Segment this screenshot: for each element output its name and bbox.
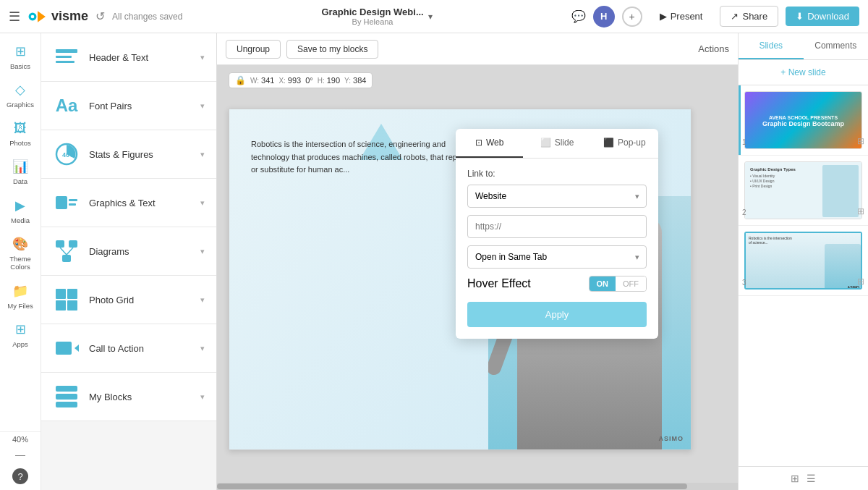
slide-body-text: Robotics is the intersection of science,… [251, 138, 482, 177]
sidebar-item-stats-figures[interactable]: 40% Stats & Figures ▾ [41, 130, 216, 179]
scrollbar-thumb[interactable] [217, 483, 687, 489]
media-icon: ▶ [15, 198, 25, 214]
popup-tab-label: Pop-up [618, 138, 646, 148]
slide-3-action-icon[interactable]: ⊞ [857, 276, 864, 287]
link-tab-slide[interactable]: ⬜ Slide [523, 129, 590, 158]
slide-2-bullet-1: • Visual Identity [750, 174, 817, 178]
header-text-label: Header & Text [89, 52, 192, 63]
x-value[interactable]: 993 [288, 76, 301, 85]
comment-icon[interactable]: 💬 [571, 9, 586, 23]
sidebar-item-apps[interactable]: ⊞ Apps [0, 316, 41, 354]
canvas-content: Robotics is the intersection of science,… [217, 65, 738, 483]
saved-status: All changes saved [112, 12, 182, 22]
lock-icon[interactable]: 🔒 [235, 75, 246, 85]
slide-thumb-1[interactable]: AVENA SCHOOL PRESENTS Graphic Design Boo… [739, 85, 868, 156]
url-input[interactable] [467, 215, 647, 238]
sidebar-item-header-text[interactable]: Header & Text ▾ [41, 33, 216, 82]
width-value[interactable]: 341 [261, 76, 274, 85]
save-to-blocks-button[interactable]: Save to my blocks [286, 40, 378, 59]
tab-slides[interactable]: Slides [739, 33, 804, 59]
sidebar-item-basics[interactable]: ⊞ Basics [0, 38, 41, 76]
slide-thumb-2[interactable]: Graphic Design Types • Visual Identity •… [739, 156, 868, 226]
slide-2-action-icon[interactable]: ⊞ [857, 206, 864, 216]
topbar-right: 💬 H + ▶ Present ↗ Share ⬇ Download [571, 6, 859, 28]
slide-2-title: Graphic Design Types [750, 167, 817, 172]
sidebar-item-theme-colors[interactable]: 🎨 Theme Colors [0, 230, 41, 277]
angle-value[interactable]: 0° [305, 76, 313, 85]
sidebar-item-photos[interactable]: 🖼 Photos [0, 115, 41, 153]
sidebar-item-graphics[interactable]: ◇ Graphics [0, 76, 41, 114]
apply-button[interactable]: Apply [467, 302, 647, 327]
slide-2-bullet-3: • Print Design [750, 184, 817, 188]
slide-2-right [822, 165, 859, 217]
sidebar-item-call-to-action[interactable]: Call to Action ▾ [41, 324, 216, 373]
graphics-text-label: Graphics & Text [89, 198, 192, 208]
sidebar-item-font-pairs[interactable]: Aa Font Pairs ▾ [41, 82, 216, 130]
sidebar-item-my-files[interactable]: 📁 My Files [0, 277, 41, 316]
slide-2-preview: Graphic Design Types • Visual Identity •… [745, 162, 861, 219]
toggle-off[interactable]: OFF [616, 276, 646, 291]
view-list-icon[interactable]: ☰ [807, 473, 816, 484]
slide-number-3: 3 [742, 279, 746, 287]
svg-rect-22 [56, 386, 77, 392]
menu-icon[interactable]: ☰ [9, 9, 20, 25]
logo-text: visme [51, 9, 88, 24]
view-grid-icon[interactable]: ⊞ [791, 473, 799, 484]
open-in-select[interactable]: Open in Same Tab Open in New Tab [467, 245, 647, 269]
sidebar-item-photo-grid[interactable]: Photo Grid ▾ [41, 276, 216, 324]
link-to-select[interactable]: Website [467, 185, 647, 208]
font-pairs-chevron-icon: ▾ [200, 101, 205, 111]
svg-rect-18 [56, 300, 66, 311]
sidebar-item-media[interactable]: ▶ Media [0, 192, 41, 230]
download-button[interactable]: ⬇ Download [786, 7, 859, 26]
theme-colors-label: Theme Colors [3, 255, 38, 271]
slide-text-block: Robotics is the intersection of science,… [251, 138, 482, 177]
slide-3-preview: Robotics is the intersection of science.… [746, 233, 861, 290]
add-collaborator-icon[interactable]: + [622, 7, 642, 27]
hover-toggle[interactable]: ON OFF [589, 276, 647, 292]
svg-rect-5 [56, 61, 75, 63]
slide-1-preview: AVENA SCHOOL PRESENTS Graphic Design Boo… [745, 92, 861, 149]
svg-line-15 [67, 248, 73, 255]
topbar: ☰ visme ↺ All changes saved Graphic Desi… [0, 0, 868, 33]
share-button[interactable]: ↗ Share [720, 6, 778, 27]
svg-rect-23 [56, 394, 77, 400]
zoom-level[interactable]: 40% [9, 432, 31, 447]
help-button[interactable]: ? [0, 462, 41, 490]
svg-rect-17 [67, 289, 77, 299]
svg-rect-10 [69, 203, 76, 206]
width-field: W: 341 [250, 76, 274, 85]
link-tab-web[interactable]: ⊡ Web [456, 129, 523, 158]
tab-comments[interactable]: Comments [804, 33, 869, 59]
ungroup-button[interactable]: Ungroup [226, 40, 281, 59]
link-tab-popup[interactable]: ⬛ Pop-up [591, 129, 658, 158]
slide-thumb-inner-3: Robotics is the intersection of science.… [744, 232, 862, 290]
sidebar-item-graphics-text[interactable]: Graphics & Text ▾ [41, 179, 216, 227]
toggle-on[interactable]: ON [590, 276, 616, 291]
title-chevron-icon[interactable]: ▾ [428, 12, 433, 22]
data-icon: 📊 [12, 159, 28, 174]
canvas-scrollbar[interactable] [217, 483, 738, 490]
height-value[interactable]: 190 [327, 76, 340, 85]
svg-rect-19 [67, 300, 77, 311]
slide-3-actions: ⊞ [857, 276, 864, 287]
y-value[interactable]: 384 [353, 76, 366, 85]
photo-grid-label: Photo Grid [89, 295, 192, 305]
web-icon: ⊡ [475, 138, 482, 148]
sidebar-item-data[interactable]: 📊 Data [0, 153, 41, 191]
graphics-nav-icon: ◇ [15, 82, 25, 98]
slide-1-subtitle: Graphic Design Bootcamp [762, 120, 844, 127]
zoom-minus-icon[interactable]: — [13, 447, 27, 462]
undo-icon[interactable]: ↺ [95, 9, 105, 23]
new-slide-button[interactable]: + New slide [739, 60, 868, 85]
topbar-left: ☰ visme ↺ All changes saved [9, 9, 182, 25]
sidebar-item-diagrams[interactable]: Diagrams ▾ [41, 227, 216, 276]
font-pairs-icon: Aa [53, 92, 80, 119]
apps-label: Apps [12, 340, 28, 348]
slide-thumb-3[interactable]: Robotics is the intersection of science.… [739, 226, 868, 296]
sidebar-item-my-blocks[interactable]: My Blocks ▾ [41, 373, 216, 421]
right-panel-tabs: Slides Comments [739, 33, 868, 60]
stats-icon: 40% [53, 140, 80, 168]
slide-1-action-icon[interactable]: ⊞ [857, 136, 864, 146]
present-button[interactable]: ▶ Present [650, 7, 713, 26]
